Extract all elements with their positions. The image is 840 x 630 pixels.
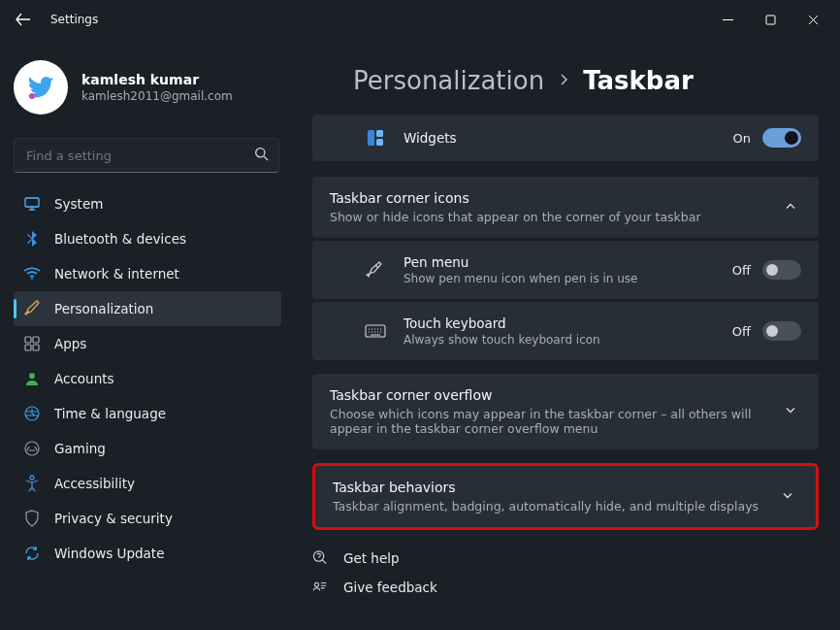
sidebar-item-privacy[interactable]: Privacy & security: [14, 501, 281, 536]
sidebar-item-gaming[interactable]: Gaming: [14, 431, 281, 466]
title-bar: Settings: [0, 0, 840, 39]
help-icon: [312, 549, 328, 566]
sidebar-item-bluetooth[interactable]: Bluetooth & devices: [14, 221, 281, 256]
svg-point-2: [256, 149, 265, 157]
sidebar-item-label: Windows Update: [54, 546, 164, 561]
pen-icon: [365, 260, 386, 280]
clock-globe-icon: [23, 405, 41, 422]
sidebar-item-label: Apps: [54, 336, 86, 351]
corner-icons-title: Taskbar corner icons: [330, 190, 764, 206]
svg-point-12: [30, 476, 34, 480]
svg-point-1: [29, 93, 35, 99]
pen-menu-title: Pen menu: [404, 254, 715, 270]
sidebar-item-accessibility[interactable]: Accessibility: [14, 466, 281, 501]
svg-point-9: [29, 373, 35, 379]
wifi-icon: [23, 265, 41, 282]
svg-point-11: [25, 442, 39, 455]
widgets-label: Widgets: [404, 130, 457, 146]
corner-icons-header[interactable]: Taskbar corner icons Show or hide icons …: [312, 177, 819, 238]
svg-rect-8: [33, 345, 39, 350]
sidebar: kamlesh kumar kamlesh2011@gmail.com Syst…: [0, 39, 291, 630]
sidebar-item-label: Gaming: [54, 441, 106, 456]
keyboard-icon: [365, 323, 386, 339]
help-section: Get help Give feedback: [312, 549, 819, 595]
corner-icons-subtitle: Show or hide icons that appear on the co…: [330, 210, 764, 224]
search-box[interactable]: [14, 138, 279, 173]
sidebar-item-system[interactable]: System: [14, 186, 281, 221]
sidebar-item-network[interactable]: Network & internet: [14, 256, 281, 291]
behaviors-title: Taskbar behaviors: [333, 480, 761, 495]
widgets-row[interactable]: Widgets On: [312, 115, 819, 161]
pen-menu-row[interactable]: Pen menu Show pen menu icon when pen is …: [312, 241, 819, 299]
get-help-link[interactable]: Get help: [312, 549, 819, 566]
corner-overflow-subtitle: Choose which icons may appear in the tas…: [330, 407, 764, 436]
chevron-right-icon: [558, 72, 569, 90]
svg-point-18: [314, 582, 318, 586]
touch-keyboard-state: Off: [732, 324, 751, 339]
sidebar-item-label: Time & language: [54, 406, 166, 421]
sidebar-item-update[interactable]: Windows Update: [14, 536, 281, 571]
nav-list: System Bluetooth & devices Network & int…: [14, 186, 281, 571]
svg-point-4: [31, 278, 33, 280]
feedback-label: Give feedback: [343, 580, 437, 595]
sidebar-item-time[interactable]: Time & language: [14, 396, 281, 431]
svg-rect-0: [766, 16, 775, 24]
search-input[interactable]: [24, 148, 254, 164]
widgets-state: On: [733, 131, 751, 146]
update-icon: [23, 545, 41, 562]
chevron-up-icon: [784, 199, 797, 216]
gaming-icon: [23, 440, 41, 457]
profile-name: kamlesh kumar: [81, 72, 233, 87]
taskbar-behaviors-row[interactable]: Taskbar behaviors Taskbar alignment, bad…: [312, 463, 819, 530]
touch-keyboard-title: Touch keyboard: [404, 315, 715, 331]
feedback-link[interactable]: Give feedback: [312, 580, 819, 595]
corner-overflow-row[interactable]: Taskbar corner overflow Choose which ico…: [312, 374, 819, 449]
sidebar-item-accounts[interactable]: Accounts: [14, 361, 281, 396]
back-button[interactable]: [14, 10, 33, 29]
chevron-down-icon: [781, 488, 794, 505]
close-button[interactable]: [792, 5, 834, 34]
breadcrumb-parent[interactable]: Personalization: [353, 66, 544, 95]
person-icon: [23, 370, 41, 387]
svg-rect-6: [33, 337, 39, 343]
avatar: [14, 60, 68, 115]
svg-rect-13: [368, 130, 374, 146]
touch-keyboard-sub: Always show touch keyboard icon: [404, 333, 715, 347]
breadcrumb-current: Taskbar: [583, 66, 694, 95]
window-title: Settings: [50, 13, 98, 26]
feedback-icon: [312, 580, 328, 595]
shield-icon: [23, 510, 41, 527]
behaviors-subtitle: Taskbar alignment, badging, automaticall…: [333, 499, 761, 514]
corner-overflow-title: Taskbar corner overflow: [330, 387, 764, 403]
minimize-button[interactable]: [706, 5, 749, 34]
paint-icon: [23, 300, 41, 317]
sidebar-item-label: Bluetooth & devices: [54, 231, 186, 247]
accessibility-icon: [23, 475, 41, 492]
breadcrumb: Personalization Taskbar: [353, 66, 819, 95]
profile-block[interactable]: kamlesh kumar kamlesh2011@gmail.com: [14, 47, 281, 134]
widgets-icon: [365, 129, 386, 147]
touch-keyboard-toggle[interactable]: [762, 321, 801, 341]
pen-menu-toggle[interactable]: [762, 260, 801, 280]
pen-menu-state: Off: [732, 263, 751, 278]
touch-keyboard-row[interactable]: Touch keyboard Always show touch keyboar…: [312, 302, 819, 360]
grid-icon: [23, 335, 41, 352]
content-area: Personalization Taskbar Widgets On Taskb…: [291, 39, 840, 630]
maximize-button[interactable]: [749, 5, 792, 34]
pen-menu-sub: Show pen menu icon when pen is in use: [404, 272, 715, 285]
profile-email: kamlesh2011@gmail.com: [81, 89, 233, 103]
sidebar-item-apps[interactable]: Apps: [14, 326, 281, 361]
widgets-toggle[interactable]: [762, 128, 801, 148]
bird-icon: [23, 69, 58, 107]
bluetooth-icon: [23, 230, 41, 248]
svg-rect-5: [25, 337, 31, 343]
search-icon: [254, 147, 269, 164]
sidebar-item-label: Personalization: [54, 301, 153, 316]
sidebar-item-personalization[interactable]: Personalization: [14, 291, 281, 326]
sidebar-item-label: Network & internet: [54, 266, 179, 282]
svg-rect-14: [376, 130, 383, 137]
monitor-icon: [23, 195, 41, 213]
sidebar-item-label: System: [54, 196, 103, 212]
sidebar-item-label: Accessibility: [54, 476, 135, 491]
svg-rect-15: [376, 139, 383, 146]
